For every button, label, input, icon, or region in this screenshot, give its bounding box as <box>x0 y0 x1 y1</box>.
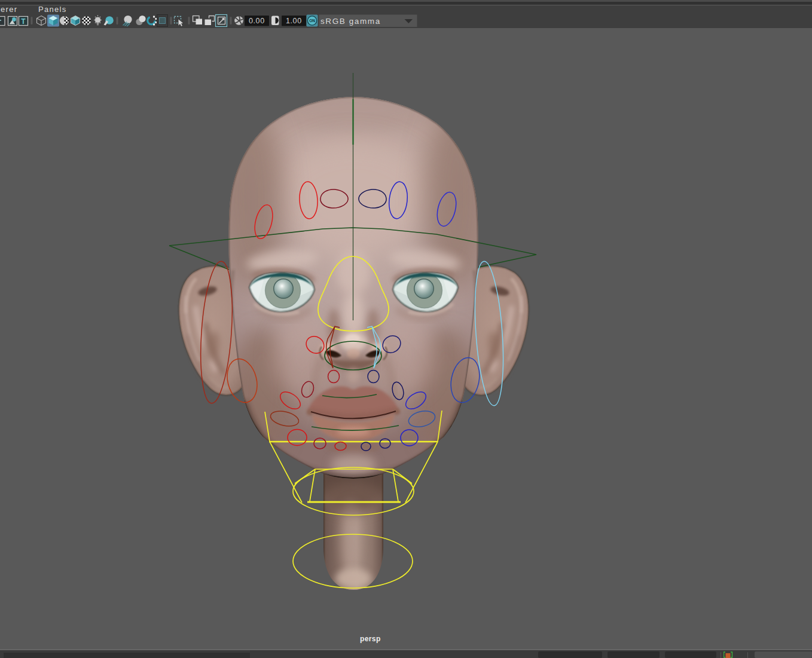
svg-text:0.00: 0.00 <box>249 17 265 25</box>
svg-text:sRGB gamma: sRGB gamma <box>320 17 381 26</box>
svg-text:1.00: 1.00 <box>286 17 302 25</box>
svg-text:T: T <box>21 17 26 26</box>
svg-text:ON: ON <box>309 19 315 23</box>
